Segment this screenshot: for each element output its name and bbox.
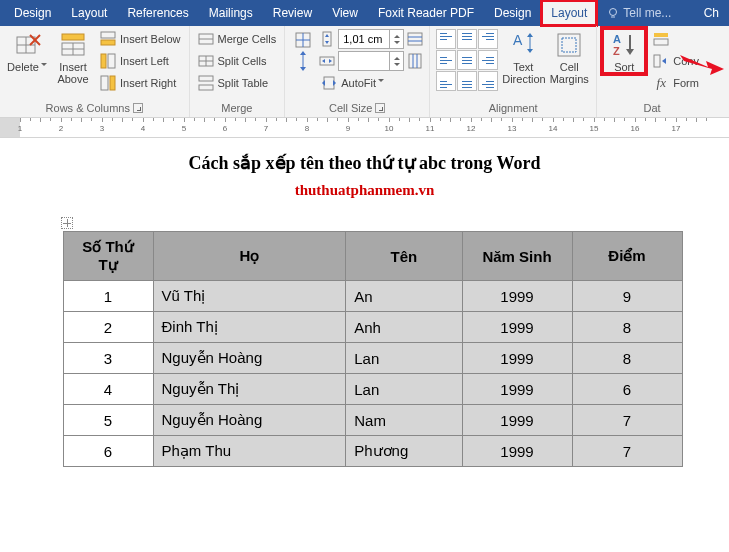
- dialog-launcher-icon[interactable]: [133, 103, 143, 113]
- cell-nam[interactable]: 1999: [462, 405, 572, 436]
- cell-ho[interactable]: Nguyễn Thị: [153, 374, 346, 405]
- spin-down[interactable]: [390, 39, 403, 48]
- cell-ten[interactable]: Lan: [346, 343, 462, 374]
- insert-right-button[interactable]: Insert Right: [98, 73, 183, 93]
- tab-design[interactable]: Design: [4, 0, 61, 26]
- tab-foxit-reader-pdf[interactable]: Foxit Reader PDF: [368, 0, 484, 26]
- tab-view[interactable]: View: [322, 0, 368, 26]
- tab-review[interactable]: Review: [263, 0, 322, 26]
- distribute-cols-icon[interactable]: [407, 53, 423, 69]
- tab-references[interactable]: References: [117, 0, 198, 26]
- convert-icon: [653, 53, 669, 69]
- cell-nam[interactable]: 1999: [462, 312, 572, 343]
- autofit-button[interactable]: AutoFit: [319, 73, 423, 93]
- sort-button[interactable]: AZ Sort: [603, 29, 645, 73]
- svg-rect-15: [110, 76, 115, 90]
- cell-diem[interactable]: 7: [572, 436, 682, 467]
- cell-ten[interactable]: Phương: [346, 436, 462, 467]
- cell-ho[interactable]: Phạm Thu: [153, 436, 346, 467]
- table-header[interactable]: Năm Sinh: [462, 232, 572, 281]
- cell-diem[interactable]: 9: [572, 281, 682, 312]
- table-row[interactable]: 5Nguyễn HoàngNam19997: [63, 405, 682, 436]
- convert-label: Conv: [673, 55, 699, 67]
- tab-design[interactable]: Design: [484, 0, 541, 26]
- doc-table[interactable]: Số Thứ TựHọTênNăm SinhĐiểm 1Vũ ThịAn1999…: [63, 231, 683, 467]
- table-row[interactable]: 4Nguyễn ThịLan19996: [63, 374, 682, 405]
- cell-stt[interactable]: 6: [63, 436, 153, 467]
- distribute-button[interactable]: [291, 29, 315, 77]
- cell-diem[interactable]: 6: [572, 374, 682, 405]
- formula-button[interactable]: fxForm: [651, 73, 701, 93]
- cell-ten[interactable]: Lan: [346, 374, 462, 405]
- table-header[interactable]: Họ: [153, 232, 346, 281]
- spin-down[interactable]: [390, 61, 403, 70]
- cell-ten[interactable]: An: [346, 281, 462, 312]
- tab-extra[interactable]: Ch: [694, 0, 729, 26]
- cell-ho[interactable]: Đinh Thị: [153, 312, 346, 343]
- horizontal-ruler[interactable]: 1234567891011121314151617: [0, 118, 729, 138]
- table-header[interactable]: Số Thứ Tự: [63, 232, 153, 281]
- split-cells-button[interactable]: Split Cells: [196, 51, 279, 71]
- align-cell[interactable]: [478, 71, 498, 91]
- cell-nam[interactable]: 1999: [462, 343, 572, 374]
- table-row[interactable]: 2Đinh ThịAnh19998: [63, 312, 682, 343]
- row-height-input[interactable]: [338, 29, 404, 49]
- col-width-input[interactable]: [338, 51, 404, 71]
- col-width-field[interactable]: [339, 55, 389, 67]
- ruler-tick: 8: [305, 124, 309, 133]
- cell-diem[interactable]: 8: [572, 312, 682, 343]
- align-cell[interactable]: [436, 71, 456, 91]
- spin-up[interactable]: [390, 30, 403, 39]
- cell-ten[interactable]: Anh: [346, 312, 462, 343]
- distribute-rows-icon[interactable]: [407, 31, 423, 47]
- cell-stt[interactable]: 1: [63, 281, 153, 312]
- convert-button[interactable]: Conv: [651, 51, 701, 71]
- cell-ho[interactable]: Nguyễn Hoàng: [153, 405, 346, 436]
- autofit-label: AutoFit: [341, 77, 384, 89]
- cell-ho[interactable]: Vũ Thị: [153, 281, 346, 312]
- merge-cells-button[interactable]: Merge Cells: [196, 29, 279, 49]
- cell-nam[interactable]: 1999: [462, 281, 572, 312]
- dialog-launcher-icon[interactable]: [375, 103, 385, 113]
- align-cell[interactable]: [478, 29, 498, 49]
- text-direction-button[interactable]: A Text Direction: [502, 29, 544, 85]
- tell-me[interactable]: Tell me...: [597, 0, 681, 26]
- repeat-header-button[interactable]: [651, 29, 701, 49]
- align-cell[interactable]: [457, 29, 477, 49]
- cell-stt[interactable]: 3: [63, 343, 153, 374]
- table-move-handle-icon[interactable]: [61, 217, 73, 229]
- cell-stt[interactable]: 2: [63, 312, 153, 343]
- split-table-button[interactable]: Split Table: [196, 73, 279, 93]
- cell-stt[interactable]: 4: [63, 374, 153, 405]
- group-rows-columns-label: Rows & Columns: [46, 102, 130, 114]
- cell-diem[interactable]: 8: [572, 343, 682, 374]
- ruler-tick: 10: [385, 124, 394, 133]
- spin-up[interactable]: [390, 52, 403, 61]
- align-cell[interactable]: [457, 71, 477, 91]
- align-cell[interactable]: [436, 50, 456, 70]
- svg-rect-49: [558, 34, 580, 56]
- cell-nam[interactable]: 1999: [462, 374, 572, 405]
- tab-layout[interactable]: Layout: [541, 0, 597, 26]
- table-row[interactable]: 1Vũ ThịAn19999: [63, 281, 682, 312]
- align-cell[interactable]: [457, 50, 477, 70]
- table-row[interactable]: 3Nguyễn HoàngLan19998: [63, 343, 682, 374]
- tab-layout[interactable]: Layout: [61, 0, 117, 26]
- insert-below-button[interactable]: Insert Below: [98, 29, 183, 49]
- align-cell[interactable]: [436, 29, 456, 49]
- table-header[interactable]: Tên: [346, 232, 462, 281]
- cell-ho[interactable]: Nguyễn Hoàng: [153, 343, 346, 374]
- cell-diem[interactable]: 7: [572, 405, 682, 436]
- delete-button[interactable]: Delete: [6, 29, 48, 73]
- table-row[interactable]: 6Phạm ThuPhương19997: [63, 436, 682, 467]
- cell-stt[interactable]: 5: [63, 405, 153, 436]
- cell-ten[interactable]: Nam: [346, 405, 462, 436]
- insert-above-button[interactable]: Insert Above: [52, 29, 94, 85]
- table-header[interactable]: Điểm: [572, 232, 682, 281]
- row-height-field[interactable]: [339, 33, 389, 45]
- cell-margins-button[interactable]: Cell Margins: [548, 29, 590, 85]
- align-cell[interactable]: [478, 50, 498, 70]
- tab-mailings[interactable]: Mailings: [199, 0, 263, 26]
- cell-nam[interactable]: 1999: [462, 436, 572, 467]
- insert-left-button[interactable]: Insert Left: [98, 51, 183, 71]
